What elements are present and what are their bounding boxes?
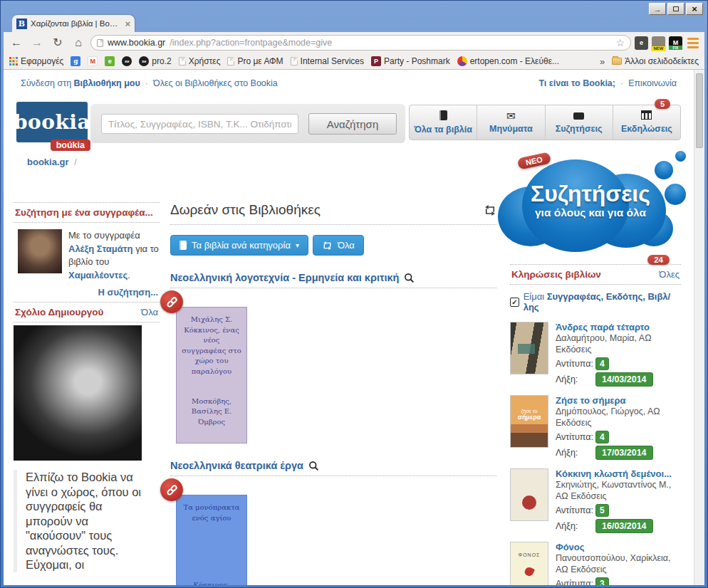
xe-pro-bookmark[interactable]: xepro.2 (139, 56, 171, 66)
window-sidebar-button[interactable]: → (649, 3, 666, 15)
check-icon: ✓ (510, 298, 519, 307)
book-cover-2[interactable]: Τα μονόπρακτα ενός αγίου Κόκκινος, Μιχάλ… (176, 495, 247, 585)
all-comments-link[interactable]: Όλα (141, 307, 158, 317)
category-title: Νεοελληνική λογοτεχνία - Ερμηνεία και κρ… (170, 272, 399, 283)
xe-icon: xe (139, 56, 149, 66)
evernote-extension-icon[interactable]: e (635, 36, 648, 50)
breadcrumb-home-link[interactable]: bookia.gr (27, 157, 69, 167)
window-controls: → × (649, 3, 703, 15)
browser-window: B Χαρίζονται βιβλία | Bookia × → × ← → ↻… (0, 0, 708, 588)
author-photo[interactable] (18, 229, 62, 273)
what-is-bookia-link[interactable]: Τι είναι το Bookia; (538, 78, 615, 88)
mfix-extension-icon[interactable]: MFIX (669, 36, 682, 50)
evernote-bookmark[interactable]: e (105, 56, 115, 66)
search-button[interactable]: Αναζήτηση (308, 113, 397, 135)
copies-label: Αντίτυπα: (556, 505, 595, 515)
url-host: www.bookia.gr (108, 38, 165, 48)
login-link[interactable]: Σύνδεση στη Βιβλιοθήκη μου (21, 78, 140, 88)
expiry-badge: 16/03/2014 (595, 519, 653, 533)
expiry-label: Λήξη: (556, 448, 595, 458)
all-raffles-link[interactable]: Όλες (659, 269, 680, 280)
contact-link[interactable]: Επικοινωνία (628, 78, 677, 88)
reload-icon[interactable]: ↻ (49, 37, 66, 48)
users-bookmark[interactable]: Χρήστες (179, 56, 221, 66)
xe-bookmark[interactable]: xe (122, 56, 132, 66)
cloud-text: Συζητήσεις για όλους και για όλα (515, 182, 666, 219)
apps-bookmark[interactable]: Εφαρμογές (9, 56, 63, 66)
copies-badge: 4 (595, 431, 609, 443)
discussion-link[interactable]: Η συζήτηση... (98, 287, 159, 298)
discussions-promo-cloud[interactable]: ΝΕΟ Συζητήσεις για όλους και για όλα (502, 149, 689, 249)
internal-services-bookmark[interactable]: Internal Services (291, 56, 364, 66)
all-button[interactable]: Όλα (313, 235, 364, 256)
book-cover-1[interactable]: Μιχάλης Σ. Κόκκινος, ένας νέος συγγραφέα… (176, 307, 247, 443)
retweet-icon[interactable] (484, 205, 496, 218)
url-bar[interactable]: www.bookia.gr /index.php?action=frontpag… (90, 35, 631, 51)
raffle-book-title[interactable]: Κόκκινη κλωστή δεμένοι... (556, 468, 681, 479)
page-scrollbar[interactable] (694, 70, 704, 585)
login-prefix: Σύνδεση στη (21, 78, 74, 88)
raffle-book-title[interactable]: Φόνος (556, 542, 681, 552)
scrollbar-thumb[interactable] (696, 73, 703, 148)
iam-link[interactable]: Είμαι Συγγραφέας, Εκδότης, Βιβλ/λης (524, 291, 671, 313)
url-path: /index.php?action=frontpage&mode=give (170, 38, 611, 48)
chrome-menu-icon[interactable] (686, 36, 700, 50)
author-link[interactable]: Αλέξη Σταμάτη (68, 243, 133, 254)
button-label: Τα βιβλία ανά κατηγορία (192, 240, 291, 251)
maximize-button[interactable] (667, 3, 684, 15)
book-cover-thumb[interactable]: ΦΟΝΟΣ (510, 542, 548, 585)
category-heading-1[interactable]: Νεοελληνική λογοτεχνία - Ερμηνεία και κρ… (170, 272, 496, 288)
party-poshmark-bookmark[interactable]: PParty - Poshmark (371, 56, 450, 66)
books-by-category-button[interactable]: Τα βιβλία ανά κατηγορία ▾ (170, 235, 308, 256)
search-input[interactable] (101, 114, 298, 134)
internal-label: Internal Services (301, 56, 364, 66)
bookmarks-bar: Εφαρμογές g M e xe xepro.2 Χρήστες Pro μ… (4, 53, 704, 70)
gmail-bookmark[interactable]: M (88, 56, 98, 66)
fix-tag: FIX (669, 46, 682, 50)
close-button[interactable]: × (686, 3, 703, 15)
category-heading-2[interactable]: Νεοελληνικά θεατρικά έργα (170, 460, 496, 476)
header-title: Σχόλιο Δημιουργού (15, 307, 103, 317)
home-icon[interactable]: ⌂ (70, 37, 87, 48)
other-bookmarks[interactable]: Άλλοι σελιδοδείκτες (612, 56, 699, 66)
book-link[interactable]: Χαμαιλέοντες (68, 270, 127, 280)
new-extension-icon[interactable]: NEW (652, 36, 665, 50)
caret-down-icon: ▾ (296, 241, 299, 249)
nav-all-books[interactable]: Όλα τα βιβλία (410, 105, 477, 140)
tab-favicon-icon: B (16, 19, 27, 29)
button-label: Όλα (338, 240, 355, 251)
nav-events[interactable]: 5 Εκδηλώσεις (613, 105, 680, 140)
raffle-list: Άνδρες παρά τέταρτο Δαλαμήτρου, Μαρία, Α… (510, 322, 681, 585)
raffle-book-author: Σκηνιώτης, Κωνσταντίνος Μ., ΑΩ Εκδόσεις (556, 480, 681, 502)
bookia-logo[interactable]: bookia boúkia (16, 102, 88, 142)
tab-close-icon[interactable]: × (125, 19, 130, 29)
chain-link-icon[interactable] (160, 290, 183, 313)
ertopen-bookmark[interactable]: ertopen.com - Ελεύθε... (457, 56, 559, 66)
header-title: Συζήτηση με ένα συγγραφέα... (15, 207, 153, 218)
book-cover-thumb[interactable] (510, 468, 548, 521)
bookmarks-overflow-icon[interactable]: » (600, 56, 605, 67)
back-icon[interactable]: ← (8, 37, 25, 48)
raffle-book-title[interactable]: Ζήσε το σήμερα (556, 395, 681, 406)
nav-discussions[interactable]: Συζητήσεις (545, 105, 613, 140)
nav-label: Όλα τα βιβλία (410, 125, 477, 135)
cloud-bubble (665, 184, 686, 205)
google-bookmark[interactable]: g (71, 56, 80, 66)
browser-tab[interactable]: B Χαρίζονται βιβλία | Bookia × (12, 15, 135, 32)
new-tab-button[interactable] (144, 18, 172, 28)
retweet-icon (322, 241, 333, 250)
book-cover-thumb[interactable] (510, 322, 548, 374)
pro-afm-bookmark[interactable]: Pro με ΑΦΜ (227, 56, 283, 66)
book-cover-thumb[interactable]: ζήσε τοσήμερα (510, 395, 548, 448)
creator-portrait-photo[interactable] (14, 325, 142, 461)
bookmark-star-icon[interactable]: ☆ (615, 37, 625, 48)
forward-icon[interactable]: → (28, 37, 46, 48)
separator: · (145, 78, 148, 88)
chain-link-icon[interactable] (160, 478, 183, 501)
all-libraries-link[interactable]: Όλες οι Βιβλιοθήκες στο Bookia (153, 78, 278, 88)
logo-text: bookia (14, 110, 90, 134)
nav-messages[interactable]: ✉ Μηνύματα (477, 105, 544, 140)
raffle-book-title[interactable]: Άνδρες παρά τέταρτο (556, 322, 681, 332)
main-content: Δωρεάν στις Βιβλιοθήκες Τα βιβλία ανά κα… (170, 202, 496, 585)
right-sidebar: 24 Κληρώσεις βιβλίων Όλες ✓ Είμαι Συγγρα… (510, 255, 681, 585)
